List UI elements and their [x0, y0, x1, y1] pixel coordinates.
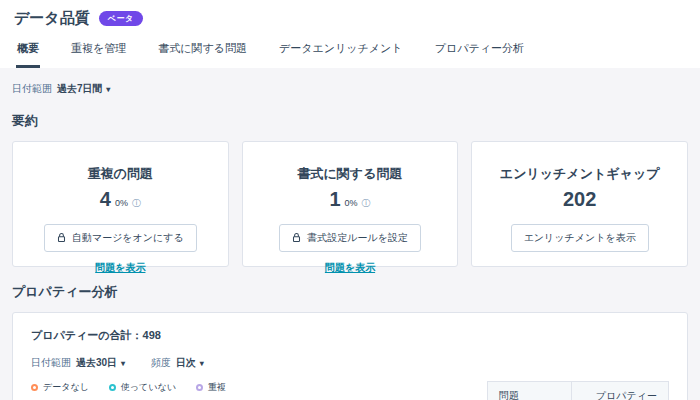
card-value: 1: [329, 188, 340, 211]
card-percent: 0%: [115, 198, 128, 208]
insights-date-range-dropdown[interactable]: 過去30日 ▾: [76, 356, 125, 370]
date-range-label: 日付範囲: [12, 82, 52, 96]
legend-dot-icon: [196, 384, 203, 391]
card-value: 202: [563, 188, 596, 211]
beta-badge: ベータ: [99, 11, 143, 26]
summary-card-formatting-issues: 書式に関する問題10%ⓘ書式設定ルールを設定問題を表示: [242, 141, 459, 267]
card-action-button-enrichment-gaps[interactable]: エンリッチメントを表示: [511, 224, 649, 252]
caret-down-icon: ▾: [200, 359, 204, 368]
card-action-button-formatting-issues[interactable]: 書式設定ルールを設定: [279, 224, 421, 252]
insights-date-filter: 日付範囲 過去30日 ▾: [31, 356, 125, 370]
property-total: プロパティーの合計：498: [31, 328, 669, 343]
chart-legend: データなし使っていない重複: [31, 381, 471, 394]
date-range-dropdown[interactable]: 過去7日間 ▾: [57, 82, 110, 96]
legend-label: データなし: [43, 381, 89, 394]
tab-property-insights[interactable]: プロパティー分析: [434, 35, 525, 68]
title-row: データ品質 ベータ: [14, 9, 686, 28]
card-value: 4: [100, 188, 111, 211]
insights-filters: 日付範囲 過去30日 ▾ 頻度 日次 ▾: [31, 356, 669, 370]
caret-down-icon: ▾: [106, 85, 110, 94]
card-value-row: 40%ⓘ: [13, 188, 228, 212]
info-icon[interactable]: ⓘ: [132, 197, 141, 210]
property-insights-heading: プロパティー分析: [12, 283, 688, 301]
tab-bar: 概要重複を管理書式に関する問題データエンリッチメントプロパティー分析: [14, 35, 686, 68]
caret-down-icon: ▾: [121, 359, 125, 368]
legend-item[interactable]: データなし: [31, 381, 89, 394]
insights-date-range-label: 日付範囲: [31, 356, 71, 370]
legend-dot-icon: [31, 384, 38, 391]
card-action-button-duplicate-issues[interactable]: 自動マージをオンにする: [44, 224, 197, 252]
card-button-label: 書式設定ルールを設定: [307, 231, 408, 245]
issues-table-header: 問題: [488, 382, 572, 400]
legend-label: 重複: [208, 381, 226, 394]
card-title: 書式に関する問題: [243, 165, 458, 183]
info-icon[interactable]: ⓘ: [362, 197, 371, 210]
date-range-value: 過去7日間: [57, 83, 103, 94]
insights-date-range-value: 過去30日: [76, 357, 117, 368]
legend-item[interactable]: 重複: [196, 381, 226, 394]
card-button-label: エンリッチメントを表示: [524, 231, 636, 245]
main-content: 日付範囲 過去7日間 ▾ 要約 重複の問題40%ⓘ自動マージをオンにする問題を表…: [0, 68, 700, 400]
tab-format-issues[interactable]: 書式に関する問題: [157, 35, 248, 68]
summary-heading: 要約: [12, 112, 688, 130]
frequency-filter: 頻度 日次 ▾: [151, 356, 204, 370]
view-issues-link[interactable]: 問題を表示: [13, 261, 228, 275]
summary-card-duplicate-issues: 重複の問題40%ⓘ自動マージをオンにする問題を表示: [12, 141, 229, 267]
frequency-value: 日次: [176, 357, 196, 368]
tab-data-enrichment[interactable]: データエンリッチメント: [278, 35, 404, 68]
view-issues-link[interactable]: 問題を表示: [243, 261, 458, 275]
card-value-row: 10%ⓘ: [243, 188, 458, 212]
card-title: 重複の問題: [13, 165, 228, 183]
issues-table-header-row: 問題プロパティー: [488, 382, 669, 400]
card-percent: 0%: [345, 198, 358, 208]
issues-table-header: プロパティー: [572, 382, 669, 400]
summary-card-enrichment-gaps: エンリッチメントギャップ202エンリッチメントを表示: [471, 141, 688, 267]
lock-icon: [57, 232, 66, 245]
summary-cards: 重複の問題40%ⓘ自動マージをオンにする問題を表示書式に関する問題10%ⓘ書式設…: [12, 141, 688, 267]
page-title: データ品質: [14, 9, 90, 28]
legend-item[interactable]: 使っていない: [109, 381, 176, 394]
property-insights-card: プロパティーの合計：498 日付範囲 過去30日 ▾ 頻度 日次 ▾ データなし…: [12, 312, 688, 400]
page-header: データ品質 ベータ 概要重複を管理書式に関する問題データエンリッチメントプロパテ…: [0, 0, 700, 68]
issues-table-column: 問題プロパティー データなし172: [487, 381, 669, 400]
insights-content: データなし使っていない重複 400 問題プロパティー データなし172: [31, 381, 669, 400]
frequency-dropdown[interactable]: 日次 ▾: [176, 356, 204, 370]
tab-overview[interactable]: 概要: [16, 35, 40, 68]
issues-table: 問題プロパティー データなし172: [487, 381, 669, 400]
tab-manage-duplicates[interactable]: 重複を管理: [70, 35, 127, 68]
lock-icon: [292, 232, 301, 245]
legend-dot-icon: [109, 384, 116, 391]
card-button-label: 自動マージをオンにする: [72, 231, 184, 245]
chart-column: データなし使っていない重複 400: [31, 381, 471, 400]
legend-label: 使っていない: [121, 381, 176, 394]
summary-date-filter: 日付範囲 過去7日間 ▾: [12, 82, 688, 96]
card-value-row: 202: [472, 188, 687, 212]
card-title: エンリッチメントギャップ: [472, 165, 687, 183]
frequency-label: 頻度: [151, 356, 171, 370]
